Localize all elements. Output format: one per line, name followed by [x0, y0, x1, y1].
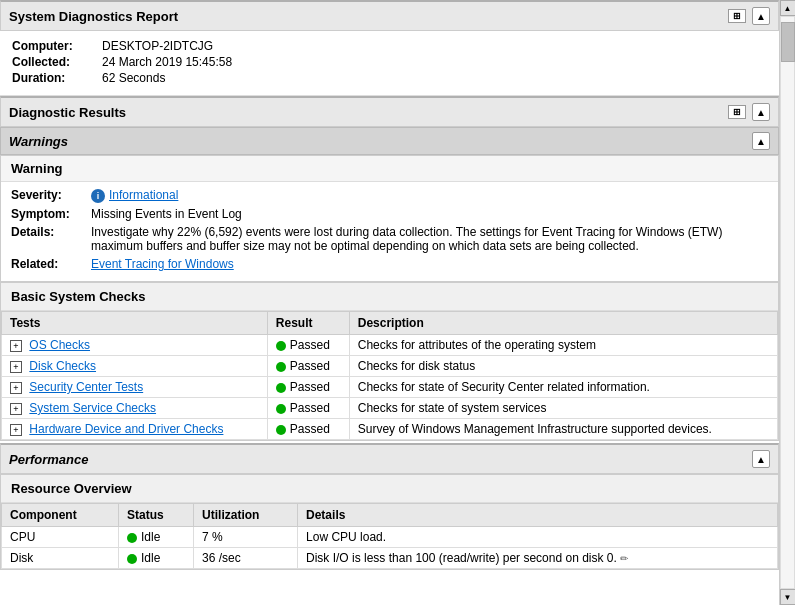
- performance-title: Performance: [9, 452, 88, 467]
- green-dot: [276, 383, 286, 393]
- resource-overview: Resource Overview Component Status Utili…: [0, 474, 779, 570]
- test-link[interactable]: OS Checks: [29, 338, 90, 352]
- collapse-report-btn[interactable]: ▲: [752, 7, 770, 25]
- warnings-section-header: Warnings ▲: [0, 127, 779, 155]
- table-row: + OS Checks Passed Checks for attributes…: [2, 335, 778, 356]
- table-row: + Disk Checks Passed Checks for disk sta…: [2, 356, 778, 377]
- list-item: Disk Idle 36 /sec Disk I/O is less than …: [2, 548, 778, 569]
- duration-label: Duration:: [12, 71, 102, 85]
- test-description: Checks for state of Security Center rela…: [349, 377, 777, 398]
- test-name: + System Service Checks: [2, 398, 268, 419]
- col-result: Result: [267, 312, 349, 335]
- col-status: Status: [119, 504, 194, 527]
- green-dot: [276, 362, 286, 372]
- expand-icon[interactable]: +: [10, 403, 22, 415]
- symptom-label: Symptom:: [11, 207, 91, 221]
- col-utilization: Utilization: [194, 504, 298, 527]
- test-description: Checks for attributes of the operating s…: [349, 335, 777, 356]
- test-description: Checks for disk status: [349, 356, 777, 377]
- scroll-up-btn[interactable]: ▲: [780, 0, 796, 16]
- green-dot: [276, 425, 286, 435]
- green-dot: [276, 341, 286, 351]
- resource-table: Component Status Utilization Details CPU…: [1, 503, 778, 569]
- test-result: Passed: [267, 419, 349, 440]
- list-item: CPU Idle 7 % Low CPU load.: [2, 527, 778, 548]
- computer-label: Computer:: [12, 39, 102, 53]
- resource-component: Disk: [2, 548, 119, 569]
- table-row: + System Service Checks Passed Checks fo…: [2, 398, 778, 419]
- test-result: Passed: [267, 398, 349, 419]
- resource-utilization: 36 /sec: [194, 548, 298, 569]
- status-dot: [127, 554, 137, 564]
- expand-icon[interactable]: +: [10, 424, 22, 436]
- test-link[interactable]: Security Center Tests: [29, 380, 143, 394]
- test-link[interactable]: System Service Checks: [29, 401, 156, 415]
- warning-box: Warning Severity: iInformational Symptom…: [0, 155, 779, 282]
- test-link[interactable]: Disk Checks: [29, 359, 96, 373]
- test-description: Survey of Windows Management Infrastruct…: [349, 419, 777, 440]
- scrollbar-track[interactable]: [780, 16, 795, 589]
- test-link[interactable]: Hardware Device and Driver Checks: [29, 422, 223, 436]
- basic-system-checks: Basic System Checks Tests Result Descrip…: [0, 282, 779, 441]
- severity-value: iInformational: [91, 188, 768, 203]
- details-value: Investigate why 22% (6,592) events were …: [91, 225, 768, 253]
- test-result: Passed: [267, 356, 349, 377]
- resource-status: Idle: [119, 527, 194, 548]
- edit-icon[interactable]: ✏: [620, 553, 632, 565]
- resource-overview-title: Resource Overview: [1, 475, 778, 503]
- details-label: Details:: [11, 225, 91, 239]
- grid-icon-2: ⊞: [728, 105, 746, 119]
- diagnostic-results-header: Diagnostic Results ⊞ ▲: [0, 96, 779, 127]
- report-title: System Diagnostics Report: [9, 9, 178, 24]
- expand-icon[interactable]: +: [10, 361, 22, 373]
- resource-details: Low CPU load.: [298, 527, 778, 548]
- warnings-title: Warnings: [9, 134, 68, 149]
- green-dot: [276, 404, 286, 414]
- test-name: + Security Center Tests: [2, 377, 268, 398]
- related-value: Event Tracing for Windows: [91, 257, 768, 271]
- scrollbar[interactable]: ▲ ▼: [779, 0, 795, 605]
- test-result: Passed: [267, 335, 349, 356]
- symptom-value: Missing Events in Event Log: [91, 207, 768, 221]
- col-details: Details: [298, 504, 778, 527]
- warning-title: Warning: [1, 156, 778, 182]
- info-icon: i: [91, 189, 105, 203]
- basic-checks-title: Basic System Checks: [1, 283, 778, 311]
- status-dot: [127, 533, 137, 543]
- test-name: + OS Checks: [2, 335, 268, 356]
- severity-label: Severity:: [11, 188, 91, 202]
- collected-value: 24 March 2019 15:45:58: [102, 55, 232, 69]
- col-tests: Tests: [2, 312, 268, 335]
- collapse-diagnostic-btn[interactable]: ▲: [752, 103, 770, 121]
- col-description: Description: [349, 312, 777, 335]
- system-diagnostics-header: System Diagnostics Report ⊞ ▲: [0, 0, 779, 31]
- diagnostic-results-title: Diagnostic Results: [9, 105, 126, 120]
- table-row: + Security Center Tests Passed Checks fo…: [2, 377, 778, 398]
- collapse-warnings-btn[interactable]: ▲: [752, 132, 770, 150]
- scrollbar-thumb[interactable]: [781, 22, 795, 62]
- grid-icon: ⊞: [728, 9, 746, 23]
- scroll-down-btn[interactable]: ▼: [780, 589, 796, 605]
- table-row: + Hardware Device and Driver Checks Pass…: [2, 419, 778, 440]
- duration-value: 62 Seconds: [102, 71, 165, 85]
- related-link[interactable]: Event Tracing for Windows: [91, 257, 234, 271]
- col-component: Component: [2, 504, 119, 527]
- computer-value: DESKTOP-2IDTCJG: [102, 39, 213, 53]
- resource-component: CPU: [2, 527, 119, 548]
- expand-icon[interactable]: +: [10, 382, 22, 394]
- resource-status: Idle: [119, 548, 194, 569]
- computer-info: Computer: DESKTOP-2IDTCJG Collected: 24 …: [0, 31, 779, 96]
- test-description: Checks for state of system services: [349, 398, 777, 419]
- expand-icon[interactable]: +: [10, 340, 22, 352]
- test-name: + Disk Checks: [2, 356, 268, 377]
- performance-header: Performance ▲: [0, 443, 779, 474]
- collapse-performance-btn[interactable]: ▲: [752, 450, 770, 468]
- collected-label: Collected:: [12, 55, 102, 69]
- severity-link[interactable]: Informational: [109, 188, 178, 202]
- test-result: Passed: [267, 377, 349, 398]
- resource-utilization: 7 %: [194, 527, 298, 548]
- test-name: + Hardware Device and Driver Checks: [2, 419, 268, 440]
- checks-table: Tests Result Description + OS Checks Pas…: [1, 311, 778, 440]
- resource-details: Disk I/O is less than 100 (read/write) p…: [298, 548, 778, 569]
- related-label: Related:: [11, 257, 91, 271]
